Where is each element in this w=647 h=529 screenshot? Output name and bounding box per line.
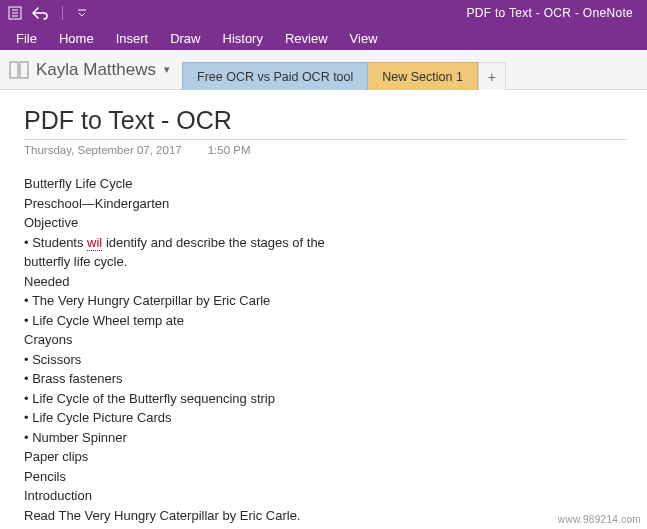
app-icon: [8, 6, 22, 20]
body-line: • Scissors: [24, 350, 627, 370]
plus-icon: +: [488, 69, 496, 85]
menu-draw[interactable]: Draw: [160, 29, 210, 48]
body-line: • Life Cycle of the Butterfly sequencing…: [24, 389, 627, 409]
body-line: • Life Cycle Picture Cards: [24, 408, 627, 428]
body-line: Objective: [24, 213, 627, 233]
nav-row: Kayla Matthews ▾ Free OCR vs Paid OCR to…: [0, 50, 647, 90]
body-line: • Brass fasteners: [24, 369, 627, 389]
section-tab-label: New Section 1: [382, 70, 463, 84]
body-line: Preschool—Kindergarten: [24, 194, 627, 214]
menu-file[interactable]: File: [6, 29, 47, 48]
back-icon[interactable]: [32, 6, 48, 20]
svg-rect-6: [20, 62, 28, 78]
qat-separator: [62, 6, 63, 20]
page-body[interactable]: Butterfly Life Cycle Preschool—Kindergar…: [24, 174, 627, 529]
section-tab-other[interactable]: New Section 1: [368, 62, 478, 90]
body-line: • Life Cycle Wheel temp ate: [24, 311, 627, 331]
page-date[interactable]: Thursday, September 07, 2017: [24, 144, 182, 156]
page-canvas[interactable]: PDF to Text - OCR Thursday, September 07…: [0, 90, 647, 529]
body-line: Introduction: [24, 486, 627, 506]
page-title[interactable]: PDF to Text - OCR: [24, 106, 627, 135]
body-line: • Number Spinner: [24, 428, 627, 448]
title-bar: PDF to Text - OCR - OneNote: [0, 0, 647, 26]
menu-history[interactable]: History: [213, 29, 273, 48]
body-line: Needed: [24, 272, 627, 292]
qat-customize-icon[interactable]: [77, 8, 87, 18]
ribbon-tabs: File Home Insert Draw History Review Vie…: [0, 26, 647, 50]
notebook-chooser[interactable]: Kayla Matthews ▾: [0, 50, 182, 89]
menu-view[interactable]: View: [340, 29, 388, 48]
body-line: Read The Very Hungry Caterpillar by Eric…: [24, 506, 627, 526]
page-time[interactable]: 1:50 PM: [208, 144, 251, 156]
body-line: Crayons: [24, 330, 627, 350]
menu-review[interactable]: Review: [275, 29, 338, 48]
menu-home[interactable]: Home: [49, 29, 104, 48]
quick-access-toolbar: [8, 6, 87, 20]
body-line: butterfly life cycle.: [24, 252, 627, 272]
notebook-icon: [8, 61, 30, 79]
body-line: Explain to students that they can see th…: [24, 525, 627, 529]
section-tabs: Free OCR vs Paid OCR tool New Section 1 …: [182, 58, 506, 90]
window-title: PDF to Text - OCR - OneNote: [466, 6, 633, 20]
body-line: • The Very Hungry Caterpillar by Eric Ca…: [24, 291, 627, 311]
svg-rect-5: [10, 62, 18, 78]
title-rule: [24, 139, 627, 140]
body-line: Butterfly Life Cycle: [24, 174, 627, 194]
chevron-down-icon: ▾: [164, 63, 170, 76]
menu-insert[interactable]: Insert: [106, 29, 159, 48]
section-tab-active[interactable]: Free OCR vs Paid OCR tool: [182, 62, 368, 90]
notebook-name: Kayla Matthews: [36, 60, 156, 80]
spelling-error[interactable]: wil: [87, 235, 102, 251]
add-section-button[interactable]: +: [478, 62, 506, 90]
body-line: • Students wil identify and describe the…: [24, 233, 627, 253]
body-line: Paper clips: [24, 447, 627, 467]
section-tab-label: Free OCR vs Paid OCR tool: [197, 70, 353, 84]
body-line: Pencils: [24, 467, 627, 487]
page-meta: Thursday, September 07, 2017 1:50 PM: [24, 144, 627, 156]
